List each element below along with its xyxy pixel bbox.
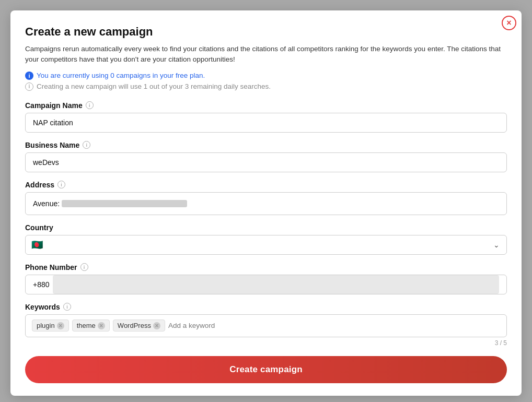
address-prefix: Avenue: xyxy=(33,199,60,208)
business-name-input[interactable] xyxy=(25,152,507,172)
keyword-tag-text: plugin xyxy=(37,322,55,329)
keyword-tag: plugin× xyxy=(32,320,69,332)
info-icon-blue: i xyxy=(25,72,33,80)
close-button[interactable]: × xyxy=(502,16,516,30)
keyword-remove-button[interactable]: × xyxy=(153,322,160,329)
business-name-field: Business Name i xyxy=(25,141,507,172)
business-name-info-icon: i xyxy=(83,141,90,149)
keyword-tag: WordPress× xyxy=(113,320,165,332)
modal-title: Create a new campaign xyxy=(25,25,507,39)
country-label: Country xyxy=(25,223,507,232)
keyword-count: 3 / 5 xyxy=(25,339,507,347)
phone-number-field: Phone Number i +880 xyxy=(25,263,507,294)
country-select-wrapper: 🇧🇩 ⌄ xyxy=(25,235,507,255)
phone-input-wrapper: +880 xyxy=(25,275,507,294)
daily-search-info-text: Creating a new campaign will use 1 out o… xyxy=(37,82,271,90)
campaign-name-field: Campaign Name i xyxy=(25,101,507,133)
keywords-field: Keywords i plugin×theme×WordPress× 3 / 5 xyxy=(25,303,507,347)
campaign-form: Campaign Name i Business Name i Address … xyxy=(25,101,507,347)
country-select[interactable] xyxy=(25,235,507,255)
keywords-input-area[interactable]: plugin×theme×WordPress× xyxy=(25,314,507,337)
address-blurred xyxy=(62,200,187,207)
country-field: Country 🇧🇩 ⌄ xyxy=(25,223,507,255)
keyword-remove-button[interactable]: × xyxy=(57,322,64,329)
keyword-remove-button[interactable]: × xyxy=(98,322,105,329)
keyword-tag: theme× xyxy=(72,320,110,332)
usage-info-line: i You are currently using 0 campaigns in… xyxy=(25,72,507,80)
campaign-name-label: Campaign Name i xyxy=(25,101,507,110)
modal-overlay: × Create a new campaign Campaigns rerun … xyxy=(0,0,532,402)
modal-description: Campaigns rerun automatically every week… xyxy=(25,44,507,65)
phone-info-icon: i xyxy=(80,263,88,271)
usage-info-text: You are currently using 0 campaigns in y… xyxy=(37,72,205,79)
keywords-label: Keywords i xyxy=(25,303,507,311)
close-icon: × xyxy=(506,19,511,27)
keyword-tag-text: WordPress xyxy=(118,322,151,329)
keyword-tag-text: theme xyxy=(77,322,96,329)
campaign-name-info-icon: i xyxy=(86,101,94,109)
keyword-add-input[interactable] xyxy=(168,322,500,329)
campaign-modal: × Create a new campaign Campaigns rerun … xyxy=(10,10,522,396)
create-campaign-button[interactable]: Create campaign xyxy=(25,356,507,383)
business-name-label: Business Name i xyxy=(25,141,507,149)
phone-rest-input[interactable] xyxy=(53,275,499,294)
address-label: Address i xyxy=(25,181,507,189)
address-field: Address i Avenue: xyxy=(25,181,507,215)
phone-prefix: +880 xyxy=(33,280,50,289)
phone-label: Phone Number i xyxy=(25,263,507,271)
daily-search-info-line: i Creating a new campaign will use 1 out… xyxy=(25,82,507,91)
address-info-icon: i xyxy=(57,181,65,188)
keywords-info-icon: i xyxy=(63,303,71,311)
info-icon-gray: i xyxy=(25,82,33,91)
campaign-name-input[interactable] xyxy=(25,113,507,133)
